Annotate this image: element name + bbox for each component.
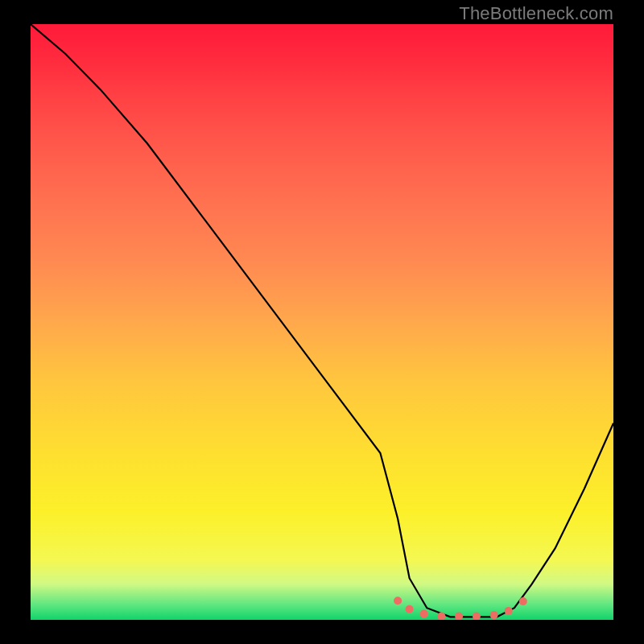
curve-layer bbox=[31, 24, 613, 620]
marker-dot bbox=[420, 610, 428, 618]
optimal-range-dots bbox=[394, 597, 527, 620]
marker-dot bbox=[394, 597, 402, 605]
watermark-text: TheBottleneck.com bbox=[459, 3, 613, 24]
marker-dot bbox=[455, 613, 463, 620]
plot-area bbox=[31, 24, 613, 620]
marker-dot bbox=[437, 613, 445, 620]
marker-dot bbox=[490, 611, 498, 619]
marker-dot bbox=[505, 607, 513, 615]
chart-frame: TheBottleneck.com bbox=[0, 0, 644, 644]
bottleneck-curve bbox=[31, 24, 613, 617]
marker-dot bbox=[406, 605, 414, 613]
marker-dot bbox=[519, 597, 527, 605]
marker-dot bbox=[473, 613, 481, 620]
